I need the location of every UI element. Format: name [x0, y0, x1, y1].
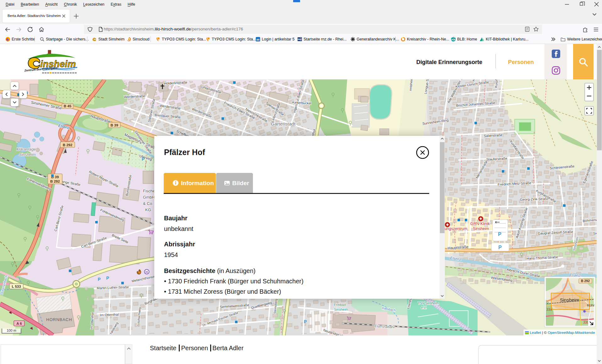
svg-text:RNZ: RNZ: [298, 38, 302, 40]
svg-text:& Co.: & Co.: [143, 201, 153, 206]
svg-text:B 39: B 39: [111, 123, 118, 127]
svg-text:33b: 33b: [583, 320, 589, 324]
svg-text:HORNBACH: HORNBACH: [46, 317, 72, 322]
svg-text:BLB: BLB: [452, 39, 455, 40]
svg-text:TSV Sinsheim: TSV Sinsheim: [418, 301, 439, 305]
svg-text:GmbH: GmbH: [143, 195, 155, 200]
svg-text:P: P: [142, 157, 145, 162]
svg-text:Sinsheim: Sinsheim: [334, 308, 348, 311]
svg-text:Sinsheim: Sinsheim: [473, 227, 489, 231]
svg-text:H: H: [145, 270, 148, 274]
svg-text:B 45: B 45: [64, 104, 72, 108]
svg-text:Kläranlage: Kläranlage: [16, 147, 36, 152]
svg-text:Sinsheim: Sinsheim: [19, 152, 36, 157]
svg-text:GRN-Klinik: GRN-Klinik: [470, 222, 490, 226]
svg-text:Freibad: Freibad: [334, 303, 346, 307]
svg-text:P: P: [498, 232, 501, 237]
svg-text:Rohr: Rohr: [587, 303, 594, 307]
svg-text:B 292: B 292: [50, 179, 60, 183]
svg-text:e.V.: e.V.: [421, 306, 427, 309]
svg-text:33a: 33a: [546, 308, 552, 311]
svg-text:B 292: B 292: [63, 143, 73, 147]
svg-text:P: P: [304, 319, 307, 324]
svg-text:as: as: [256, 38, 260, 41]
svg-text:KG: KG: [145, 207, 151, 212]
svg-text:P: P: [498, 245, 502, 250]
svg-text:P: P: [106, 276, 109, 281]
svg-text:P: P: [98, 277, 101, 282]
svg-text:Gartenstadt: Gartenstadt: [271, 121, 296, 126]
svg-text:uungszentrum: uungszentrum: [442, 227, 467, 231]
svg-text:B 292: B 292: [581, 279, 590, 283]
svg-text:Im Ottenthal: Im Ottenthal: [100, 313, 119, 317]
svg-text:Siebe: Siebe: [593, 231, 597, 235]
svg-text:A 6: A 6: [16, 322, 22, 325]
svg-text:L 533: L 533: [12, 285, 21, 288]
svg-text:Sinsheim: Sinsheim: [560, 297, 579, 302]
